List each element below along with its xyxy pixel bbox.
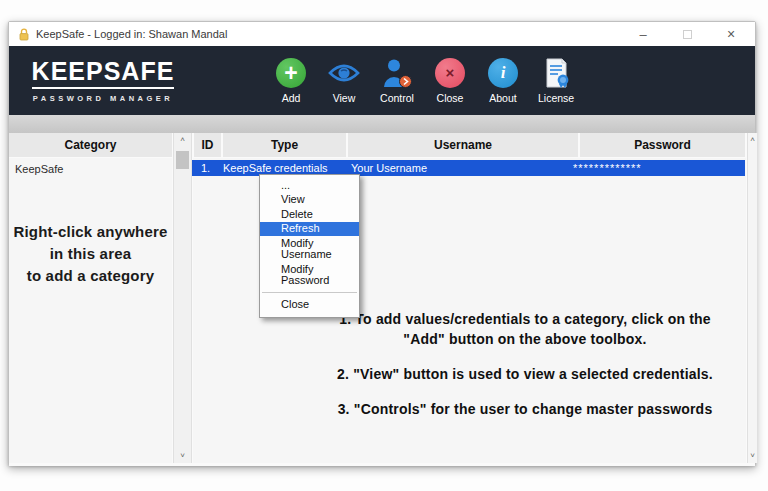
header-type[interactable]: Type [223,133,346,157]
maximize-button[interactable] [665,22,709,46]
menu-item-view[interactable]: View [260,193,359,208]
maximize-icon [683,30,692,39]
header-password[interactable]: Password [580,133,745,157]
window-title: KeepSafe - Logged in: Shawan Mandal [36,28,227,40]
category-item-keepsafe[interactable]: KeepSafe [9,158,172,175]
about-button[interactable]: i About [485,58,521,104]
scroll-down-icon[interactable]: ˅ [750,449,755,463]
instruction-1: 1. To add values/credentials to a catego… [301,310,749,350]
category-hint-text: Right-click anywhere in this area to add… [9,221,172,286]
toolbar-buttons: + Add View Control [273,58,574,104]
row-id: 1. [201,162,210,174]
header-username[interactable]: Username [348,133,578,157]
menu-item-modify-username[interactable]: Modify Username [260,236,359,262]
eye-icon [327,58,361,88]
menu-item-ellipsis[interactable]: ... [260,178,359,193]
close-window-button[interactable]: × [709,22,753,46]
app-logo: KEEPSAFE PASSWORD MANAGER [29,59,177,103]
info-circle-icon: i [488,58,518,88]
menu-item-close[interactable]: Close [260,296,359,315]
instructions-block: 1. To add values/credentials to a catego… [301,310,749,435]
control-button[interactable]: Control [379,58,415,104]
row-username: Your Username [351,162,427,174]
add-button[interactable]: + Add [273,58,309,104]
scrollbar-thumb[interactable] [176,151,189,169]
user-settings-icon [381,58,413,88]
row-password: ************* [573,162,642,174]
category-scrollbar[interactable]: ˄ ˅ [173,133,192,463]
certificate-icon [542,58,570,88]
window-controls: – × [621,22,755,46]
scroll-up-icon[interactable]: ˄ [750,133,755,147]
context-menu: ... View Delete Refresh Modify Username … [259,174,360,318]
plus-circle-icon: + [276,58,306,88]
header-category[interactable]: Category [9,133,172,157]
x-circle-icon: × [435,58,465,88]
license-button[interactable]: License [538,58,574,104]
header-id[interactable]: ID [194,133,221,157]
menu-item-delete[interactable]: Delete [260,207,359,222]
minimize-button[interactable]: – [621,22,665,46]
menu-item-refresh[interactable]: Refresh [260,222,359,237]
view-button[interactable]: View [326,58,362,104]
title-bar: KeepSafe - Logged in: Shawan Mandal – × [9,22,755,46]
menu-separator [262,292,357,293]
scroll-down-icon[interactable]: ˅ [180,449,185,463]
category-panel[interactable]: KeepSafe Right-click anywhere in this ar… [9,158,172,463]
keepsafe-window: KeepSafe - Logged in: Shawan Mandal – × … [8,21,756,466]
logo-tagline: PASSWORD MANAGER [29,94,177,103]
main-toolbar: KEEPSAFE PASSWORD MANAGER + Add View [9,46,755,115]
padlock-icon [18,28,30,41]
menu-item-modify-password[interactable]: Modify Password [260,262,359,288]
row-type: KeepSafe credentials [223,162,328,174]
logo-title: KEEPSAFE [32,59,175,89]
toolbar-divider-band [9,115,755,133]
scroll-up-icon[interactable]: ˄ [180,133,185,147]
instruction-3: 3. "Controls" for the user to change mas… [301,400,749,420]
close-credentials-button[interactable]: × Close [432,58,468,104]
instruction-2: 2. "View" button is used to view a selec… [301,365,749,385]
